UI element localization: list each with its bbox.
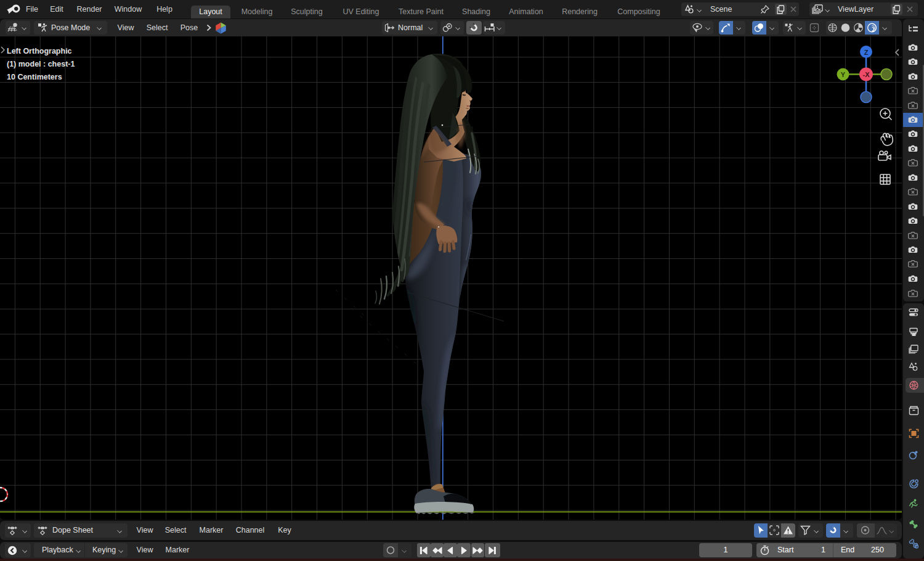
svg-text:-X: -X: [863, 71, 870, 78]
svg-text:Z: Z: [864, 49, 869, 56]
svg-text:(1) model : chest-1: (1) model : chest-1: [7, 60, 75, 68]
svg-text:Left Orthographic: Left Orthographic: [7, 47, 72, 55]
svg-text:Y: Y: [841, 71, 846, 78]
svg-text:10 Centimeters: 10 Centimeters: [7, 73, 62, 81]
